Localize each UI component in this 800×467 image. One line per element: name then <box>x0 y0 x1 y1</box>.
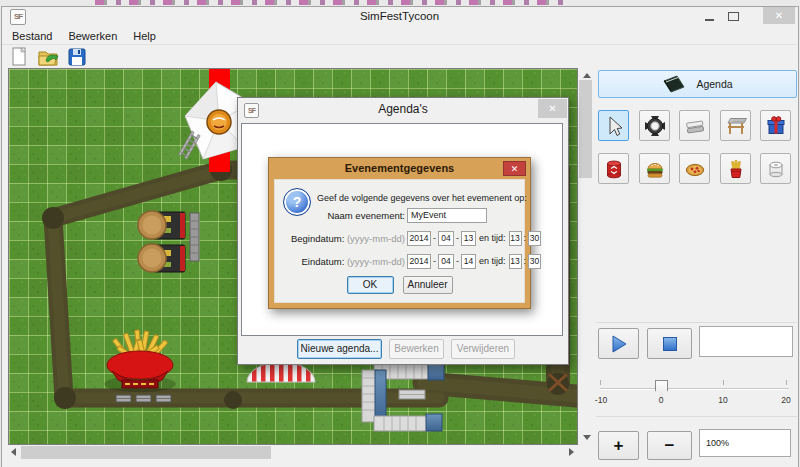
zoom-out-button[interactable]: − <box>647 431 692 460</box>
bbq-stand-2[interactable] <box>138 244 185 272</box>
tool-toilet[interactable] <box>760 153 791 184</box>
agendas-dialog-titlebar[interactable]: SF Agenda's ✕ <box>238 98 568 122</box>
end-month-input[interactable] <box>438 254 454 269</box>
toolbar <box>2 45 797 68</box>
close-button[interactable]: ✕ <box>763 7 795 24</box>
end-minute-input[interactable] <box>528 254 541 269</box>
ok-button[interactable]: OK <box>347 276 394 294</box>
tool-spotlight[interactable] <box>639 110 670 141</box>
begin-year-input[interactable] <box>407 231 431 246</box>
menu-bestand[interactable]: Bestand <box>6 30 58 42</box>
date-format-hint: (yyyy-mm-dd) <box>347 233 405 244</box>
zoom-in-button[interactable]: + <box>598 431 639 460</box>
event-name-row: Naam evenement: <box>275 207 522 223</box>
maximize-icon <box>728 12 739 21</box>
close-icon: ✕ <box>511 164 519 174</box>
slider-label: 20 <box>781 395 790 405</box>
agenda-button[interactable]: Agenda <box>598 70 797 98</box>
menu-bewerken[interactable]: Bewerken <box>62 30 123 42</box>
tool-market-stall[interactable] <box>720 110 751 141</box>
event-dialog-title: Evenementgegevens <box>269 162 530 174</box>
tool-bench[interactable] <box>679 110 710 141</box>
new-file-button[interactable] <box>7 46 31 68</box>
minimize-button[interactable] <box>697 7 721 24</box>
begin-minute-input[interactable] <box>528 231 541 246</box>
play-button[interactable] <box>598 328 639 359</box>
cancel-button[interactable]: Annuleer <box>403 276 453 294</box>
slider-tick <box>723 380 724 385</box>
scrollbar-corner <box>578 445 593 460</box>
begin-date-label: Begindatum: (yyyy-mm-dd) <box>275 233 405 244</box>
panel-divider <box>596 416 797 417</box>
scroll-left-icon[interactable] <box>11 448 16 456</box>
vertical-scrollbar-thumb[interactable] <box>579 80 592 178</box>
horizontal-scrollbar-thumb[interactable] <box>21 446 271 459</box>
bench[interactable] <box>190 213 199 261</box>
begin-month-input[interactable] <box>438 231 454 246</box>
date-separator: - <box>433 233 436 243</box>
stop-icon <box>659 333 681 355</box>
end-year-input[interactable] <box>407 254 431 269</box>
event-name-label: Naam evenement: <box>275 210 405 221</box>
agendas-dialog-close-button[interactable]: ✕ <box>538 99 567 118</box>
date-separator: - <box>456 233 459 243</box>
bench-row[interactable] <box>116 395 171 402</box>
menu-help[interactable]: Help <box>127 30 162 42</box>
slider-label: -10 <box>595 395 607 405</box>
speed-slider-track[interactable] <box>600 388 789 390</box>
new-file-icon <box>8 46 30 68</box>
bench-icon <box>684 115 706 137</box>
slider-tick <box>600 380 601 385</box>
event-dialog-prompt: Geef de volgende gegevens over het eveme… <box>317 193 527 203</box>
scroll-up-icon[interactable] <box>583 73 591 78</box>
scroll-down-icon[interactable] <box>583 435 591 440</box>
close-icon: ✕ <box>548 103 556 114</box>
begin-hour-input[interactable] <box>509 231 522 246</box>
open-file-button[interactable] <box>36 46 60 68</box>
tool-pizza[interactable] <box>679 153 710 184</box>
slider-label: 0 <box>659 395 664 405</box>
bbq-stand-1[interactable] <box>138 211 185 239</box>
time-separator: : <box>524 256 527 266</box>
plus-icon: + <box>614 436 624 456</box>
new-agenda-button[interactable]: Nieuwe agenda... <box>297 339 382 359</box>
menu-bar: Bestand Bewerken Help <box>2 27 797 45</box>
save-icon <box>66 46 88 68</box>
scroll-right-icon[interactable] <box>569 448 574 456</box>
bench <box>399 390 425 399</box>
save-file-button[interactable] <box>65 46 89 68</box>
slider-label: 10 <box>718 395 727 405</box>
gift-icon <box>765 115 787 137</box>
event-dialog-buttons: OK Annuleer <box>275 276 524 294</box>
minimize-icon <box>705 19 714 21</box>
end-hour-input[interactable] <box>509 254 522 269</box>
tool-fries[interactable] <box>720 153 751 184</box>
market-stall-icon <box>725 115 747 137</box>
tool-gift[interactable] <box>760 110 791 141</box>
minus-icon: − <box>665 436 675 456</box>
time-separator: : <box>524 233 527 243</box>
maximize-button[interactable] <box>721 7 745 24</box>
begin-date-row: Begindatum: (yyyy-mm-dd) - - en tijd: : <box>275 230 522 246</box>
slider-tick <box>786 380 787 385</box>
end-day-input[interactable] <box>461 254 476 269</box>
time-label: en tijd: <box>479 233 506 243</box>
end-date-label: Eindatum: (yyyy-mm-dd) <box>275 256 405 267</box>
toilet-roll-icon <box>765 158 787 180</box>
trash-can-icon <box>603 158 625 180</box>
panel-divider <box>596 322 797 323</box>
tool-select-cursor[interactable] <box>598 110 629 141</box>
stop-button[interactable] <box>647 328 692 359</box>
window-title: SimFestTycoon <box>2 10 797 22</box>
desktop-background-artifact <box>95 0 565 5</box>
tool-trash-can[interactable] <box>598 153 629 184</box>
zoom-level-display: 100% <box>699 429 791 457</box>
event-dialog-close-button[interactable]: ✕ <box>503 161 526 176</box>
time-label: en tijd: <box>479 256 506 266</box>
event-name-input[interactable] <box>407 208 487 223</box>
agenda-book-icon <box>662 75 686 93</box>
begin-day-input[interactable] <box>461 231 476 246</box>
event-dialog-body: ? Geef de volgende gegevens over het eve… <box>274 179 525 303</box>
title-bar: SF SimFestTycoon ✕ <box>2 7 797 27</box>
tool-hamburger[interactable] <box>639 153 670 184</box>
